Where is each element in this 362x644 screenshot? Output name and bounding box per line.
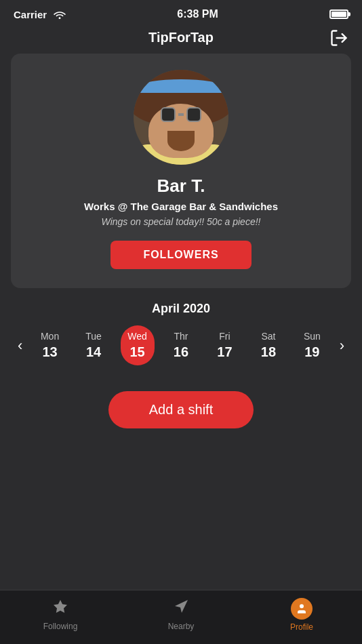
day-number: 15	[129, 344, 144, 360]
nav-item-following[interactable]: Following	[0, 599, 121, 637]
glasses-left	[161, 107, 176, 122]
status-bar: Carrier 6:38 PM	[0, 0, 362, 24]
calendar-day-13[interactable]: Mon13	[33, 325, 67, 365]
status-carrier: Carrier	[14, 9, 66, 20]
calendar-day-17[interactable]: Fri17	[207, 325, 241, 365]
day-name: Thr	[174, 331, 188, 342]
nav-label-following: Following	[43, 622, 78, 631]
svg-point-2	[300, 604, 304, 608]
avatar-beard	[167, 131, 195, 151]
day-name: Sat	[261, 331, 275, 342]
nav-item-profile[interactable]: Profile	[241, 598, 362, 637]
calendar-days: Mon13Tue14Wed15Thr16Fri17Sat18Sun19	[29, 325, 332, 365]
avatar-face	[148, 104, 214, 158]
star-icon	[52, 599, 68, 619]
person-icon	[291, 598, 313, 620]
day-name: Sun	[304, 331, 321, 342]
calendar-next-button[interactable]: ›	[333, 334, 351, 357]
day-name: Fri	[219, 331, 230, 342]
battery-icon	[329, 9, 348, 19]
day-number: 18	[261, 344, 276, 360]
day-name: Mon	[41, 331, 59, 342]
avatar-glasses	[161, 106, 201, 123]
wifi-icon	[54, 9, 66, 19]
avatar	[134, 70, 228, 165]
calendar-nav: ‹ Mon13Tue14Wed15Thr16Fri17Sat18Sun19 ›	[11, 325, 351, 365]
calendar-day-18[interactable]: Sat18	[252, 325, 285, 365]
day-number: 17	[217, 344, 232, 360]
calendar-month: April 2020	[11, 302, 351, 316]
add-shift-button[interactable]: Add a shift	[108, 391, 254, 428]
glasses-bridge	[178, 113, 184, 116]
status-battery	[329, 9, 348, 19]
bottom-nav: Following Nearby Profile	[0, 590, 362, 644]
calendar-day-19[interactable]: Sun19	[295, 325, 329, 365]
day-name: Wed	[127, 331, 147, 342]
day-name: Tue	[85, 331, 102, 342]
calendar-section: April 2020 ‹ Mon13Tue14Wed15Thr16Fri17Sa…	[0, 288, 362, 372]
navigation-icon	[173, 599, 189, 619]
profile-tagline: Wings on special today!! 50c a piece!!	[102, 216, 261, 227]
header: TipForTap	[0, 24, 362, 54]
add-shift-container: Add a shift	[0, 391, 362, 428]
profile-name: Bar T.	[157, 176, 205, 197]
profile-card: Bar T. Works @ The Garage Bar & Sandwich…	[11, 54, 351, 288]
nav-item-nearby[interactable]: Nearby	[121, 599, 241, 637]
carrier-label: Carrier	[14, 9, 47, 20]
day-number: 13	[42, 344, 57, 360]
day-number: 19	[304, 344, 319, 360]
calendar-day-14[interactable]: Tue14	[77, 325, 110, 365]
calendar-day-15[interactable]: Wed15	[121, 325, 155, 365]
status-time: 6:38 PM	[177, 8, 218, 20]
svg-marker-1	[175, 600, 188, 613]
calendar-day-16[interactable]: Thr16	[164, 325, 198, 365]
day-number: 16	[174, 344, 188, 360]
glasses-right	[186, 107, 201, 122]
profile-workplace: Works @ The Garage Bar & Sandwiches	[84, 201, 278, 212]
calendar-prev-button[interactable]: ‹	[11, 334, 29, 357]
nav-label-profile: Profile	[290, 622, 313, 632]
avatar-headband	[140, 79, 222, 93]
app-title: TipForTap	[148, 30, 214, 45]
logout-button[interactable]	[329, 28, 348, 47]
nav-label-nearby: Nearby	[168, 622, 195, 631]
day-number: 14	[86, 344, 101, 360]
followers-button[interactable]: FOLLOWERS	[110, 241, 251, 269]
